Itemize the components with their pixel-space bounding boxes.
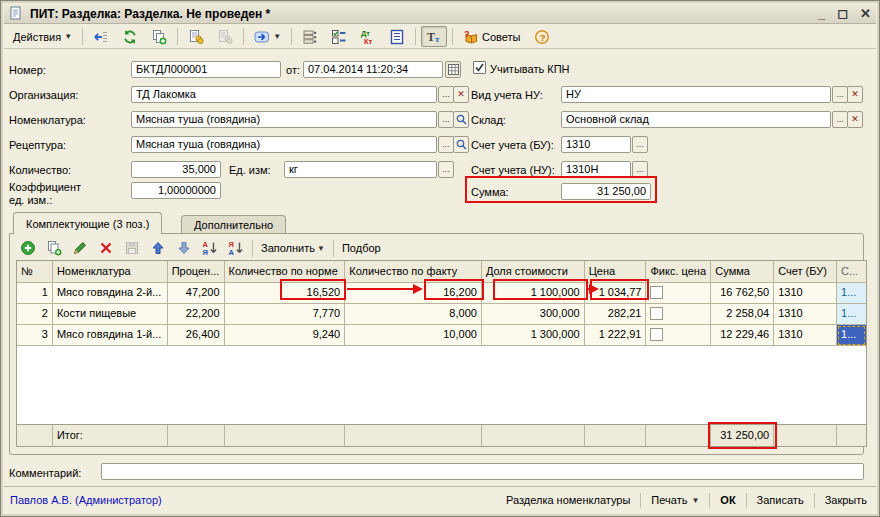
cell-share[interactable]: 1 100,000: [482, 283, 585, 304]
cell-extra[interactable]: 1...: [837, 304, 866, 325]
post-document-button[interactable]: [183, 26, 209, 47]
cell-sum[interactable]: 2 258,04: [711, 304, 774, 325]
nu-type-input[interactable]: НУ: [561, 86, 831, 103]
calendar-button[interactable]: [445, 61, 461, 78]
cell-percent[interactable]: 26,400: [168, 325, 225, 346]
cell-num[interactable]: 3: [17, 325, 53, 346]
document-journal-button[interactable]: [384, 26, 410, 47]
cell-nomenclature[interactable]: Мясо говядина 2-й...: [53, 283, 168, 304]
copy-row-button[interactable]: [42, 238, 66, 258]
recipe-input[interactable]: Мясная туша (говядина): [131, 136, 437, 153]
cell-nomenclature[interactable]: Мясо говядина 1-й...: [53, 325, 168, 346]
cell-fixed-price[interactable]: [646, 283, 711, 304]
col-header-percent[interactable]: Процен...: [168, 261, 225, 283]
delete-row-button[interactable]: [94, 238, 118, 258]
cell-nomenclature[interactable]: Кости пищевые: [53, 304, 168, 325]
ok-button[interactable]: ОК: [717, 492, 738, 508]
actions-menu-button[interactable]: Действия ▼: [8, 26, 77, 47]
goto-button[interactable]: ▼: [249, 26, 286, 47]
check-marks-button[interactable]: [326, 26, 352, 47]
cell-account[interactable]: 1310: [774, 304, 837, 325]
unpost-document-button[interactable]: [212, 26, 238, 47]
table-row[interactable]: 2 Кости пищевые 22,200 7,770 8,000 300,0…: [17, 304, 866, 325]
close-form-button[interactable]: Закрыть: [822, 492, 870, 508]
coefficient-input[interactable]: 1,00000000: [131, 182, 221, 199]
col-header-num[interactable]: №: [17, 261, 53, 283]
unit-input[interactable]: кг: [284, 161, 437, 178]
cell-price[interactable]: 1 034,77: [585, 283, 647, 304]
fixed-price-checkbox[interactable]: [650, 328, 663, 341]
move-down-button[interactable]: [172, 238, 196, 258]
organization-clear-button[interactable]: ✕: [453, 86, 469, 103]
cell-num[interactable]: 1: [17, 283, 53, 304]
nu-type-clear-button[interactable]: ✕: [847, 86, 863, 103]
fill-menu-button[interactable]: Заполнить ▼: [257, 238, 329, 258]
organization-input[interactable]: ТД Лакомка: [131, 86, 437, 103]
razdelka-nomenklatury-button[interactable]: Разделка номенклатуры: [503, 492, 633, 508]
maximize-button[interactable]: ◻: [837, 6, 848, 21]
cell-share[interactable]: 300,000: [482, 304, 585, 325]
table-row[interactable]: 1 Мясо говядина 2-й... 47,200 16,520 16,…: [17, 283, 866, 304]
number-input[interactable]: БКТДЛ000001: [131, 61, 281, 78]
unit-select-button[interactable]: ...: [438, 161, 454, 178]
cell-qty-norm[interactable]: 7,770: [225, 304, 346, 325]
cell-fixed-price[interactable]: [646, 304, 711, 325]
show-description-button[interactable]: Тт: [421, 26, 447, 47]
cell-extra-selected[interactable]: 1...: [837, 325, 866, 346]
move-up-button[interactable]: [146, 238, 170, 258]
cell-qty-fact[interactable]: 8,000: [345, 304, 482, 325]
cell-account[interactable]: 1310: [774, 283, 837, 304]
sort-desc-button[interactable]: ЯА: [224, 238, 248, 258]
list-settings-button[interactable]: [297, 26, 323, 47]
account-nu-select-button[interactable]: ...: [632, 161, 648, 178]
col-header-qty-fact[interactable]: Количество по факту: [345, 261, 482, 283]
close-button[interactable]: ✕: [860, 6, 871, 21]
warehouse-select-button[interactable]: ...: [832, 111, 848, 128]
add-row-button[interactable]: [16, 238, 40, 258]
cell-extra[interactable]: 1...: [837, 283, 866, 304]
account-bu-input[interactable]: 1310: [561, 136, 631, 153]
save-button[interactable]: Записать: [754, 492, 807, 508]
account-bu-select-button[interactable]: ...: [632, 136, 648, 153]
warehouse-input[interactable]: Основной склад: [561, 111, 831, 128]
kpn-checkbox[interactable]: [473, 61, 486, 74]
table-row[interactable]: 3 Мясо говядина 1-й... 26,400 9,240 10,0…: [17, 325, 866, 346]
help-button[interactable]: ?: [529, 26, 555, 47]
user-link[interactable]: Павлов А.В. (Администратор): [10, 494, 162, 506]
sum-input[interactable]: 31 250,00: [561, 183, 651, 200]
dt-kt-postings-button[interactable]: ДтКт: [355, 26, 381, 47]
fixed-price-checkbox[interactable]: [650, 307, 663, 320]
quantity-input[interactable]: 35,000: [131, 161, 221, 178]
refresh-button[interactable]: [117, 26, 143, 47]
restore-values-button[interactable]: [88, 26, 114, 47]
cell-price[interactable]: 282,21: [585, 304, 647, 325]
cell-percent[interactable]: 47,200: [168, 283, 225, 304]
pick-button[interactable]: Подбор: [338, 238, 385, 258]
organization-select-button[interactable]: ...: [438, 86, 454, 103]
col-header-qty-norm[interactable]: Количество по норме: [225, 261, 346, 283]
cell-qty-norm[interactable]: 16,520: [225, 283, 346, 304]
warehouse-clear-button[interactable]: ✕: [847, 111, 863, 128]
cell-account[interactable]: 1310: [774, 325, 837, 346]
nomenclature-input[interactable]: Мясная туша (говядина): [131, 111, 437, 128]
end-edit-button[interactable]: [120, 238, 144, 258]
cell-num[interactable]: 2: [17, 304, 53, 325]
sort-asc-button[interactable]: АЯ: [198, 238, 222, 258]
tab-additional[interactable]: Дополнительно: [181, 215, 286, 234]
cell-share[interactable]: 1 300,000: [482, 325, 585, 346]
col-header-account-bu[interactable]: Счет (БУ): [774, 261, 837, 283]
col-header-share[interactable]: Доля стоимости: [482, 261, 585, 283]
col-header-price[interactable]: Цена: [585, 261, 647, 283]
nu-type-select-button[interactable]: ...: [832, 86, 848, 103]
tab-components[interactable]: Комплектующие (3 поз.): [13, 212, 162, 234]
cell-sum[interactable]: 12 229,46: [711, 325, 774, 346]
nomenclature-open-button[interactable]: [453, 111, 469, 128]
print-menu-button[interactable]: Печать ▼: [648, 492, 702, 508]
comment-input[interactable]: [101, 463, 864, 480]
account-nu-input[interactable]: 1310Н: [561, 161, 631, 178]
cell-percent[interactable]: 22,200: [168, 304, 225, 325]
cell-qty-fact[interactable]: 10,000: [345, 325, 482, 346]
recipe-open-button[interactable]: [453, 136, 469, 153]
cell-qty-fact[interactable]: 16,200: [345, 283, 482, 304]
cell-fixed-price[interactable]: [646, 325, 711, 346]
